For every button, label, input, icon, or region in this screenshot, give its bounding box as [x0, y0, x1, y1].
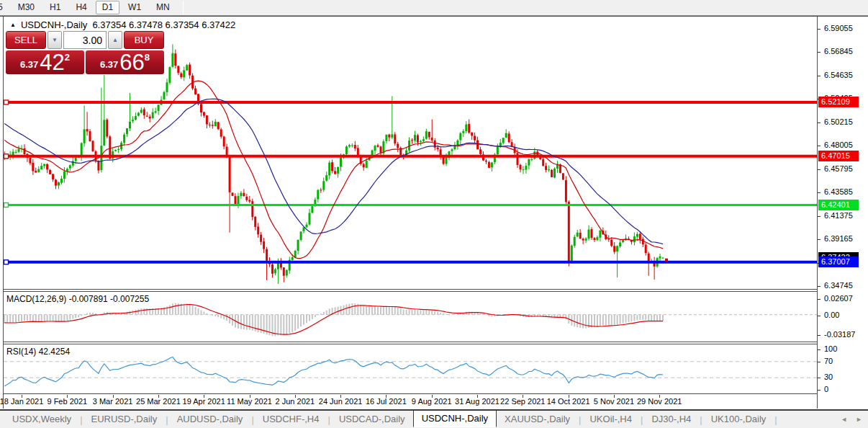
candle-body: [89, 131, 91, 141]
tab-xauusd-daily[interactable]: XAUUSD-,Daily: [497, 411, 578, 427]
macd-histogram-bar: [369, 307, 370, 315]
macd-histogram-bar: [229, 315, 230, 324]
macd-histogram-bar: [597, 315, 598, 327]
macd-histogram-bar: [47, 315, 48, 321]
panel-collapse-icon[interactable]: ▲: [10, 22, 16, 28]
tab-usdcnh-daily[interactable]: USDCNH-,Daily: [413, 410, 497, 427]
macd-histogram-bar: [78, 315, 79, 318]
macd-histogram-bar: [291, 315, 293, 332]
price-tick-mark: [818, 52, 820, 53]
macd-histogram-bar: [320, 313, 322, 315]
candle-body: [49, 170, 51, 174]
price-tick-label: 6.43585: [824, 187, 853, 196]
timeframe-button-m30[interactable]: M30: [12, 1, 41, 14]
macd-histogram-bar: [172, 303, 173, 314]
volume-decrease-button[interactable]: ▼: [48, 31, 62, 49]
macd-histogram-bar: [345, 304, 347, 314]
buy-price-box[interactable]: 6.37 66 8: [86, 50, 164, 74]
macd-histogram-bar: [35, 315, 37, 322]
macd-histogram-bar: [659, 315, 661, 321]
rsi-indicator-pane[interactable]: RSI(14) 42.4254: [4, 344, 817, 394]
rsi-axis-label: 30: [824, 373, 833, 381]
price-level-badge: 6.37007: [818, 257, 859, 267]
macd-histogram-bar: [255, 315, 256, 331]
macd-histogram-bar: [212, 315, 213, 316]
macd-histogram-bar: [374, 307, 376, 315]
candle-body: [223, 137, 225, 147]
candle-body: [428, 132, 430, 138]
macd-histogram-bar: [220, 315, 222, 318]
tab-eurusd-daily[interactable]: EURUSD-,Daily: [83, 411, 166, 427]
level-anchor-square: [4, 203, 9, 208]
tab-dj30-h4[interactable]: DJ30-,H4: [643, 411, 699, 427]
macd-histogram-bar: [53, 315, 54, 321]
volume-increase-button[interactable]: ▲: [108, 31, 122, 49]
candle-body: [502, 138, 505, 143]
candle-body: [545, 166, 547, 170]
timeframe-button-mn[interactable]: MN: [150, 1, 176, 14]
tab-scroll-left-icon[interactable]: ◄: [841, 416, 847, 423]
candle-body: [380, 146, 382, 153]
tab-ukoil-h4[interactable]: UKOil-,H4: [582, 411, 640, 427]
rsi-axis-label: 100: [824, 344, 837, 353]
candle-body: [334, 171, 336, 174]
sell-button[interactable]: SELL: [6, 31, 46, 49]
date-label: 3 Mar 2021: [93, 397, 133, 406]
timeframe-button-h4[interactable]: H4: [69, 1, 93, 14]
candle-body: [328, 163, 330, 176]
candle-body: [331, 162, 333, 171]
moving-average-15: [4, 81, 663, 258]
tab-usdx-weekly[interactable]: USDX,Weekly: [4, 411, 79, 427]
macd-histogram-bar: [58, 315, 60, 322]
tab-usdchf-h4[interactable]: USDCHF-,H4: [255, 411, 327, 427]
sell-price-box[interactable]: 6.37 42 2: [6, 50, 84, 74]
timeframe-button-5[interactable]: 5: [0, 1, 9, 14]
macd-histogram-bar: [422, 311, 424, 315]
candle-body: [29, 158, 31, 164]
macd-histogram-bar: [386, 307, 387, 315]
candle-body: [374, 146, 376, 151]
macd-histogram-bar: [60, 315, 62, 322]
rsi-chart: [4, 344, 817, 393]
macd-histogram-bar: [6, 315, 8, 324]
macd-histogram-bar: [246, 315, 248, 330]
candle-body: [340, 158, 342, 167]
chart-symbol-label: USDCNH-,Daily: [21, 19, 87, 30]
macd-histogram-bar: [389, 307, 390, 315]
candle-body: [257, 227, 259, 235]
macd-indicator-pane[interactable]: MACD(12,26,9) -0.007891 -0.007255: [4, 291, 817, 342]
candle-body: [52, 174, 54, 180]
candle-body: [562, 173, 564, 179]
candle-body: [505, 133, 507, 138]
macd-histogram-bar: [143, 308, 145, 315]
volume-input[interactable]: 3.00: [63, 31, 107, 49]
macd-histogram-bar: [394, 307, 396, 315]
tab-uk100-daily[interactable]: UK100-,Daily: [703, 411, 774, 427]
main-chart-pane[interactable]: ▲ USDCNH-,Daily 6.37354 6.37478 6.37354 …: [4, 17, 817, 290]
timeframe-button-d1[interactable]: D1: [96, 1, 119, 14]
candle-body: [476, 141, 479, 150]
candle-body: [146, 116, 148, 117]
timeframe-button-w1[interactable]: W1: [122, 1, 148, 14]
rsi-axis-label: 70: [824, 357, 833, 365]
chart-left-border: [3, 17, 4, 409]
price-tick-mark: [818, 146, 820, 146]
macd-histogram-bar: [92, 313, 94, 315]
macd-histogram-bar: [175, 303, 176, 315]
macd-histogram-bar: [41, 315, 42, 321]
candle-body: [306, 225, 308, 228]
macd-histogram-bar: [630, 315, 632, 322]
macd-histogram-bar: [18, 315, 19, 322]
price-tick-mark: [818, 286, 820, 287]
date-label: 16 Jul 2021: [366, 397, 407, 406]
timeframe-button-h1[interactable]: H1: [43, 1, 67, 14]
tab-audusd-daily[interactable]: AUDUSD-,Daily: [169, 411, 251, 427]
macd-histogram-bar: [89, 313, 91, 315]
macd-histogram-bar: [226, 315, 227, 321]
tab-usdcad-daily[interactable]: USDCAD-,Daily: [331, 411, 413, 427]
tab-scroll-right-icon[interactable]: ►: [856, 416, 862, 423]
candle-body: [348, 145, 351, 146]
macd-histogram-bar: [639, 315, 641, 320]
buy-button[interactable]: BUY: [124, 31, 164, 49]
level-anchor-square: [4, 260, 9, 264]
